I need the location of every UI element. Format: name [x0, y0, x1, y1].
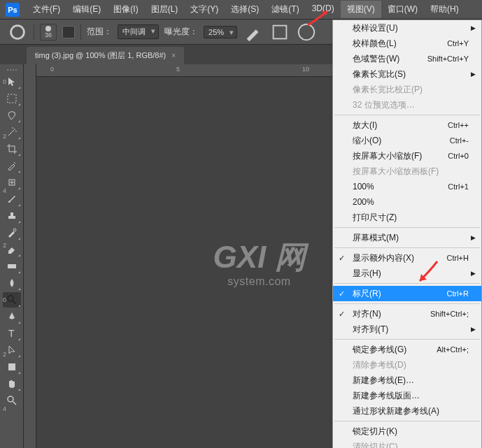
menu-entry[interactable]: 新建参考线(E)…: [333, 373, 481, 388]
menu-separator: [334, 421, 480, 421]
menu-entry-label: 校样颜色(L): [353, 38, 447, 50]
menu-entry-label: 显示(H): [353, 268, 469, 280]
menu-host: 文件(F)编辑(E)图像(I)图层(L)文字(Y)选择(S)滤镜(T)3D(D)…: [27, 1, 465, 18]
menu-item[interactable]: 窗口(W): [381, 1, 424, 18]
menu-entry[interactable]: 锁定参考线(G)Alt+Ctrl+;: [333, 342, 481, 357]
lasso-tool[interactable]: [3, 108, 21, 123]
pressure-icon[interactable]: [296, 24, 317, 41]
range-select[interactable]: 中间调: [118, 24, 159, 39]
stamp-tool[interactable]: [3, 208, 21, 224]
menu-entry-label: 屏幕模式(M): [353, 232, 469, 244]
menu-entry-label: 32 位预览选项…: [353, 99, 469, 111]
tool-preset-icon[interactable]: [7, 24, 28, 41]
exposure-select[interactable]: 25%: [204, 26, 237, 38]
menu-entry[interactable]: ✓标尺(R)Ctrl+R: [333, 286, 481, 301]
menu-entry-label: 清除参考线(D): [353, 359, 469, 371]
menu-item[interactable]: 视图(V): [341, 1, 381, 18]
menu-entry[interactable]: 屏幕模式(M)▶: [333, 230, 481, 245]
ruler-tick: 2: [3, 351, 6, 358]
menu-entry-label: 像素长宽比校正(P): [353, 84, 469, 96]
menu-item[interactable]: 帮助(H): [424, 1, 465, 18]
view-menu-dropdown: 校样设置(U)▶校样颜色(L)Ctrl+Y色域警告(W)Shift+Ctrl+Y…: [332, 20, 482, 448]
menu-entry: 清除参考线(D): [333, 357, 481, 373]
svg-point-2: [299, 24, 315, 40]
menu-item[interactable]: 图层(L): [145, 1, 185, 18]
brush-panel-icon[interactable]: [62, 26, 75, 38]
menu-entry-label: 锁定切片(K): [353, 426, 469, 438]
menu-shortcut: Ctrl+-: [450, 136, 469, 145]
ruler-tick: 0: [3, 78, 6, 85]
menu-entry[interactable]: 按屏幕大小缩放(F)Ctrl+0: [333, 148, 481, 164]
document-tab[interactable]: timg (3).jpg @ 100% (图层 1, RGB/8#) ×: [27, 47, 184, 64]
type-tool[interactable]: T: [3, 326, 21, 341]
menu-entry[interactable]: 色域警告(W)Shift+Ctrl+Y: [333, 51, 481, 66]
menu-entry: 像素长宽比校正(P): [333, 82, 481, 97]
ruler-tick: 0: [3, 296, 6, 303]
menu-entry[interactable]: 新建参考线版面…: [333, 388, 481, 403]
menu-entry[interactable]: ✓显示额外内容(X)Ctrl+H: [333, 250, 481, 266]
menu-entry[interactable]: 像素长宽比(S)▶: [333, 66, 481, 82]
hand-tool[interactable]: [3, 376, 21, 391]
menu-entry-label: 200%: [353, 197, 469, 207]
menu-item[interactable]: 图像(I): [107, 1, 144, 18]
menu-shortcut: Shift+Ctrl+;: [430, 310, 469, 318]
separator: [34, 24, 34, 40]
submenu-arrow-icon: ▶: [471, 326, 476, 333]
tab-title: timg (3).jpg @ 100% (图层 1, RGB/8#): [35, 50, 166, 61]
menu-entry[interactable]: 打印尺寸(Z): [333, 210, 481, 225]
menu-shortcut: Ctrl+0: [448, 152, 469, 160]
menu-entry-label: 显示额外内容(X): [353, 252, 447, 264]
menu-shortcut: Shift+Ctrl+Y: [427, 55, 469, 63]
brush-preview-icon: [45, 26, 51, 31]
crop-tool[interactable]: [3, 141, 21, 157]
menu-entry-label: 新建参考线版面…: [353, 390, 469, 402]
menu-item[interactable]: 文件(F): [27, 1, 66, 18]
menu-entry: 32 位预览选项…: [333, 97, 481, 113]
menu-entry[interactable]: 200%: [333, 194, 481, 210]
menu-entry-label: 色域警告(W): [353, 53, 427, 65]
menu-entry[interactable]: 放大(I)Ctrl++: [333, 117, 481, 133]
menu-entry[interactable]: ✓对齐(N)Shift+Ctrl+;: [333, 306, 481, 321]
menu-item[interactable]: 3D(D): [306, 1, 341, 18]
menu-entry[interactable]: 显示(H)▶: [333, 266, 481, 281]
menu-item[interactable]: 选择(S): [225, 1, 265, 18]
ruler-vertical[interactable]: 0242024: [24, 64, 36, 448]
shape-tool[interactable]: [3, 359, 21, 375]
menu-item[interactable]: 文字(Y): [184, 1, 225, 18]
ruler-tick: 4: [3, 187, 6, 194]
menu-entry-label: 100%: [353, 182, 448, 192]
svg-point-0: [11, 25, 24, 38]
menu-separator: [334, 115, 480, 115]
blur-tool[interactable]: [3, 275, 21, 291]
menu-entry-label: 打印尺寸(Z): [353, 212, 469, 224]
close-icon[interactable]: ×: [171, 52, 176, 59]
panel-grip[interactable]: [7, 67, 17, 73]
marquee-tool[interactable]: [3, 91, 21, 106]
menu-item[interactable]: 编辑(E): [66, 1, 107, 18]
menu-shortcut: Ctrl+1: [448, 182, 469, 191]
submenu-arrow-icon: ▶: [471, 234, 476, 241]
menu-entry[interactable]: 缩小(O)Ctrl+-: [333, 133, 481, 148]
menu-entry[interactable]: 锁定切片(K): [333, 424, 481, 439]
protect-tones-icon[interactable]: [269, 24, 290, 41]
gradient-tool[interactable]: [3, 259, 21, 274]
menu-item[interactable]: 滤镜(T): [265, 1, 305, 18]
submenu-arrow-icon: ▶: [471, 270, 476, 277]
menu-entry-label: 校样设置(U): [353, 22, 469, 34]
menu-entry-label: 对齐(N): [353, 308, 430, 320]
menu-separator: [334, 227, 480, 228]
brush-size-picker[interactable]: 36: [40, 24, 57, 41]
menu-entry[interactable]: 对齐到(T)▶: [333, 321, 481, 337]
eyedropper-tool[interactable]: [3, 158, 21, 173]
menu-entry[interactable]: 校样颜色(L)Ctrl+Y: [333, 36, 481, 51]
menu-entry[interactable]: 100%Ctrl+1: [333, 179, 481, 194]
menu-entry[interactable]: 校样设置(U)▶: [333, 20, 481, 36]
airbrush-icon[interactable]: [243, 24, 264, 41]
ruler-tick: 0: [50, 66, 54, 73]
menu-entry-label: 标尺(R): [353, 288, 447, 300]
pen-tool[interactable]: [3, 309, 21, 324]
history-brush-tool[interactable]: [3, 225, 21, 240]
ruler-tick: 5: [176, 66, 180, 73]
menu-entry[interactable]: 通过形状新建参考线(A): [333, 403, 481, 419]
brush-size-value: 36: [45, 31, 52, 38]
